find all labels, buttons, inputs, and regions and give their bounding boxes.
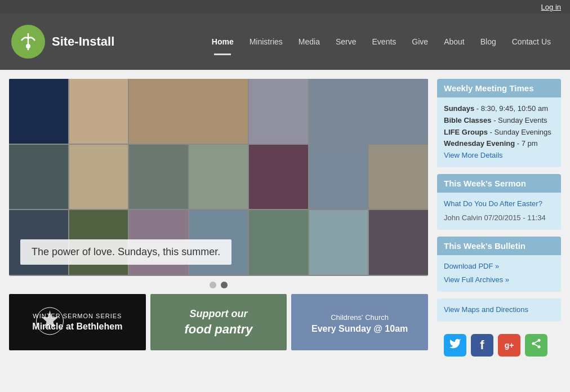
svg-point-5 [538,346,541,349]
sidebar: Weekly Meeting Times Sundays - 8:30, 9:4… [437,79,561,362]
nav-ministries[interactable]: Ministries [242,33,291,51]
logo-icon [11,25,45,59]
twitter-icon [449,337,461,353]
carousel-dots [9,282,428,288]
sermon-widget-title: This Week's Sermon [437,174,561,193]
photo-cell [309,145,368,210]
carousel-dot-2[interactable] [221,282,228,288]
google-plus-icon: g+ [505,341,514,350]
hero-overlay: The power of love. Sundays, this summer. [20,239,231,265]
photo-cell [9,79,68,144]
nav-serve[interactable]: Serve [328,33,364,51]
svg-point-3 [538,339,541,342]
hero-text: The power of love. Sundays, this summer. [32,246,220,257]
sermon-card[interactable]: WINTER SERMON SERIES Miracle at Bethlehe… [9,294,146,350]
google-plus-button[interactable]: g+ [498,334,520,357]
food-italic-label: Support our [184,308,252,320]
childrens-big-label: Every Sunday @ 10am [311,324,408,334]
sermon-small-label: WINTER SERMON SERIES [32,313,122,319]
childrens-card[interactable]: Childrens' Church Every Sunday @ 10am [291,294,428,350]
photo-cell [369,210,428,275]
download-pdf-link[interactable]: Download PDF » [444,261,554,273]
photo-cell [309,79,428,144]
meeting-times-widget: Weekly Meeting Times Sundays - 8:30, 9:4… [437,79,561,167]
meeting-line-2: Bible Classes - Sunday Events [444,115,554,127]
main-nav: Home Ministries Media Serve Events Give … [204,33,559,51]
meeting-line-1: Sundays - 8:30, 9:45, 10:50 am [444,103,554,115]
hero-collage: The power of love. Sundays, this summer. [9,79,428,276]
sermon-widget-body: What Do You Do After Easter? John Calvin… [437,193,561,230]
view-archives-link[interactable]: View Full Archives » [444,274,554,286]
childrens-sub-label: Childrens' Church [311,313,408,322]
maps-directions-link[interactable]: View Maps and Directions [444,305,528,314]
nav-media[interactable]: Media [291,33,328,51]
nav-contact[interactable]: Contact Us [504,33,559,51]
social-row: f g+ [437,328,561,362]
site-title: Site-Install [52,34,114,49]
photo-cell [309,210,368,275]
food-big-label: food pantry [184,322,252,337]
photo-cell [369,145,428,210]
svg-line-6 [535,345,538,346]
nav-home[interactable]: Home [204,33,242,51]
photo-cell [249,79,308,144]
share-button[interactable] [525,334,547,357]
facebook-icon: f [480,338,484,353]
svg-point-4 [532,342,535,345]
meeting-times-title: Weekly Meeting Times [437,79,561,97]
facebook-button[interactable]: f [471,334,493,357]
maps-widget: View Maps and Directions [437,299,561,322]
bulletin-widget: This Week's Bulletin Download PDF » View… [437,237,561,292]
card-row: WINTER SERMON SERIES Miracle at Bethlehe… [9,294,428,350]
nav-about[interactable]: About [436,33,473,51]
sermon-big-label: Miracle at Bethlehem [32,322,122,332]
food-pantry-card[interactable]: Support our food pantry [150,294,287,350]
top-bar: Log in [0,0,570,14]
svg-point-1 [26,44,30,48]
main-container: The power of love. Sundays, this summer.… [0,70,570,371]
sermon-meta: John Calvin 07/20/2015 - 11:34 [444,212,554,224]
share-icon [531,338,542,352]
sermon-card-text: WINTER SERMON SERIES Miracle at Bethlehe… [26,307,128,337]
photo-cell [129,79,248,144]
maps-widget-body: View Maps and Directions [437,299,561,322]
photo-cell [249,210,308,275]
food-card-text: Support our food pantry [179,302,258,342]
nav-give[interactable]: Give [404,33,436,51]
meeting-times-body: Sundays - 8:30, 9:45, 10:50 am Bible Cla… [437,97,561,167]
carousel-dot-1[interactable] [210,282,216,288]
nav-events[interactable]: Events [364,33,404,51]
photo-cell [9,145,68,210]
childrens-card-text: Childrens' Church Every Sunday @ 10am [306,305,413,340]
sermon-title-link[interactable]: What Do You Do After Easter? [444,199,542,208]
svg-line-7 [535,341,538,343]
meeting-line-4: Wednesday Evening - 7 pm [444,138,554,150]
bulletin-widget-body: Download PDF » View Full Archives » [437,255,561,292]
login-link[interactable]: Log in [541,3,561,11]
view-more-details-link[interactable]: View More Details [444,151,503,159]
sermon-widget: This Week's Sermon What Do You Do After … [437,174,561,230]
photo-cell [69,79,128,144]
header: Site-Install Home Ministries Media Serve… [0,14,570,70]
meeting-line-3: LIFE Groups - Sunday Evenings [444,127,554,139]
photo-cell [69,145,128,210]
content-area: The power of love. Sundays, this summer.… [9,79,428,362]
photo-cell [249,145,308,210]
bulletin-widget-title: This Week's Bulletin [437,237,561,255]
photo-cell [129,145,188,210]
logo-area: Site-Install [11,25,114,59]
photo-cell [189,145,248,210]
nav-blog[interactable]: Blog [473,33,504,51]
twitter-button[interactable] [444,334,466,357]
